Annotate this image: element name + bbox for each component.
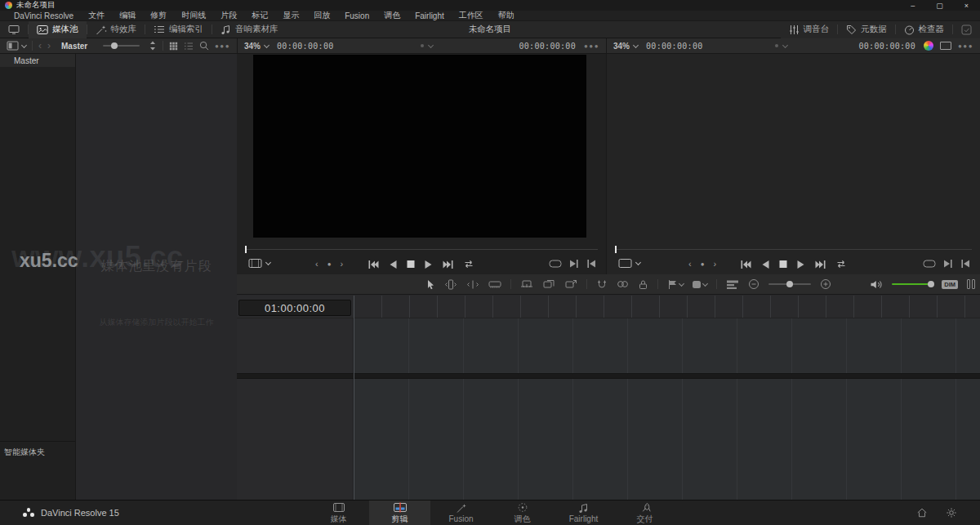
menu-timeline[interactable]: 时间线: [174, 10, 213, 21]
mixer-button[interactable]: 调音台: [781, 21, 838, 38]
slider-knob[interactable]: [786, 281, 793, 287]
list-view-button[interactable]: [184, 42, 194, 51]
track-divider[interactable]: [237, 373, 980, 379]
play-to-out-button[interactable]: [569, 259, 579, 269]
timeline-panel[interactable]: 01:00:00:00: [237, 295, 980, 500]
menu-davinci-resolve[interactable]: DaVinci Resolve: [7, 11, 81, 20]
bin-item-master[interactable]: Master: [0, 54, 75, 67]
timeline-viewer-scrubber[interactable]: [615, 246, 972, 253]
clip-frame-icon[interactable]: [248, 258, 262, 269]
search-button[interactable]: [199, 41, 209, 51]
menu-color[interactable]: 调色: [376, 10, 408, 21]
overwrite-clip-button[interactable]: [542, 279, 555, 290]
metadata-button[interactable]: 元数据: [838, 21, 895, 38]
chevron-down-icon[interactable]: [702, 280, 708, 286]
menu-clip[interactable]: 片段: [213, 10, 244, 21]
fullscreen-icon[interactable]: [940, 42, 951, 50]
timeline-ruler[interactable]: 01:00:00:00: [237, 296, 980, 318]
loop-button[interactable]: [835, 259, 847, 269]
timeline-view-options-button[interactable]: [726, 279, 739, 290]
menu-help[interactable]: 帮助: [491, 10, 522, 21]
in-out-range-icon[interactable]: [549, 259, 562, 269]
speaker-icon[interactable]: [870, 279, 883, 290]
last-frame-button[interactable]: [814, 260, 826, 269]
timeline-playhead[interactable]: [354, 296, 354, 500]
in-out-range-icon[interactable]: [923, 259, 936, 269]
first-frame-button[interactable]: [368, 260, 380, 269]
match-frame-button[interactable]: [960, 259, 970, 269]
menu-fairlight[interactable]: Fairlight: [408, 11, 452, 20]
tab-fusion[interactable]: Fusion: [430, 501, 492, 525]
chevron-down-icon[interactable]: [635, 260, 641, 265]
workspace-monitor-button[interactable]: [0, 21, 28, 38]
play-button[interactable]: [425, 260, 434, 269]
forward-button[interactable]: ›: [47, 40, 51, 51]
timeline-frame-icon[interactable]: [618, 258, 632, 269]
menu-mark[interactable]: 标记: [244, 10, 275, 21]
video-track-lane[interactable]: [354, 318, 980, 373]
back-button[interactable]: ‹: [38, 40, 42, 51]
timeline-zoom-slider[interactable]: [768, 283, 811, 285]
thumbnail-size-slider[interactable]: [103, 45, 140, 47]
insert-clip-button[interactable]: [520, 279, 533, 290]
menu-playback[interactable]: 回放: [306, 10, 337, 21]
timeline-timecode[interactable]: 01:00:00:00: [238, 300, 351, 316]
media-pool-panel[interactable]: 媒体池里没有片段 从媒体存储添加片段以开始工作: [76, 54, 237, 500]
video-track-header[interactable]: [237, 318, 354, 373]
menu-fusion[interactable]: Fusion: [337, 11, 376, 20]
replace-clip-button[interactable]: [564, 279, 577, 290]
scrubber-playhead[interactable]: [245, 246, 247, 253]
home-button[interactable]: [916, 507, 928, 518]
clip-list-chevron-icon[interactable]: [427, 42, 433, 47]
edit-index-button[interactable]: 编辑索引: [145, 21, 212, 38]
play-reverse-button[interactable]: [389, 260, 398, 269]
selection-tool-button[interactable]: [426, 279, 435, 290]
snapping-magnet-button[interactable]: [596, 279, 608, 290]
marker-button[interactable]: [693, 281, 707, 288]
zoom-in-button[interactable]: [820, 278, 831, 290]
chevron-down-icon[interactable]: [679, 280, 684, 286]
linked-selection-button[interactable]: [617, 279, 629, 289]
tab-color[interactable]: 调色: [492, 501, 553, 525]
close-button[interactable]: ×: [964, 2, 969, 10]
stop-button[interactable]: [778, 260, 787, 269]
color-viewer-icon[interactable]: [924, 41, 933, 51]
viewer-options-icon[interactable]: ●●●: [584, 42, 599, 50]
volume-knob[interactable]: [928, 281, 934, 287]
audio-track-header[interactable]: [237, 379, 354, 500]
settings-gear-button[interactable]: [946, 507, 957, 518]
last-frame-button[interactable]: [443, 260, 454, 269]
play-to-out-button[interactable]: [943, 259, 953, 269]
media-pool-button[interactable]: 媒体池: [29, 21, 87, 38]
menu-workspace[interactable]: 工作区: [452, 10, 491, 21]
inspector-button[interactable]: 检查器: [896, 21, 953, 38]
panel-collapse-button[interactable]: [953, 21, 980, 38]
sound-library-button[interactable]: 音响素材库: [212, 21, 287, 38]
smart-bins-section[interactable]: 智能媒体夹: [0, 441, 75, 458]
flag-button[interactable]: [667, 279, 684, 290]
blade-tool-button[interactable]: [488, 279, 501, 289]
match-frame-button[interactable]: [586, 259, 596, 269]
meters-toggle-button[interactable]: [967, 279, 975, 289]
source-position-timecode[interactable]: 00:00:00:00: [519, 42, 576, 51]
source-duration-timecode[interactable]: 00:00:00:00: [277, 42, 334, 51]
tab-deliver[interactable]: 交付: [614, 501, 675, 525]
position-lock-button[interactable]: [638, 279, 648, 290]
tab-fairlight[interactable]: Fairlight: [553, 501, 614, 525]
timeline-zoom-level[interactable]: 34%: [613, 42, 630, 51]
dynamic-trim-button[interactable]: [466, 279, 479, 290]
breadcrumb[interactable]: Master: [61, 42, 87, 51]
tab-media[interactable]: 媒体: [308, 501, 369, 525]
jog-control[interactable]: ‹●›: [688, 259, 718, 269]
minimize-button[interactable]: –: [911, 2, 915, 10]
menu-edit[interactable]: 编辑: [112, 10, 143, 21]
viewer-options-icon[interactable]: ●●●: [958, 42, 973, 50]
source-scrubber[interactable]: [245, 246, 598, 253]
grid-view-button[interactable]: [169, 42, 178, 51]
play-reverse-button[interactable]: [760, 260, 769, 269]
bin-panel-toggle[interactable]: [7, 41, 26, 51]
menu-file[interactable]: 文件: [81, 10, 112, 21]
dim-button[interactable]: DIM: [942, 280, 958, 289]
volume-slider[interactable]: [892, 283, 933, 285]
play-button[interactable]: [796, 260, 805, 269]
